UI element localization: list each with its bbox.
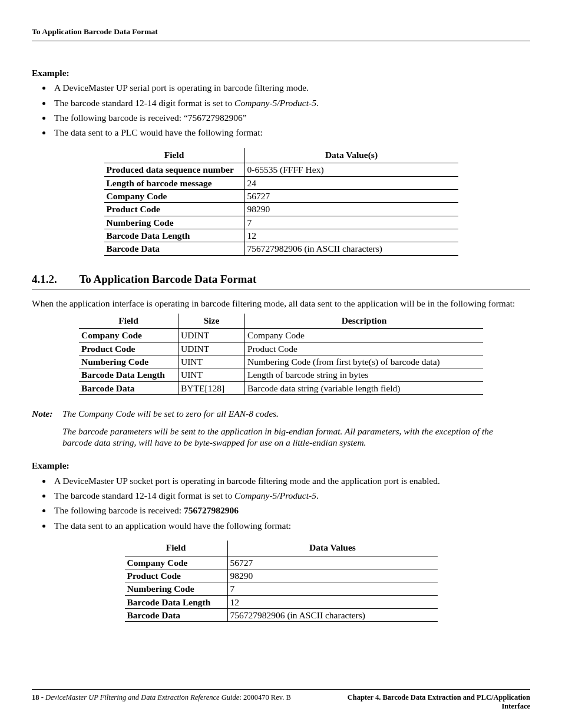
section-intro: When the application interface is operat…: [32, 298, 530, 309]
table-cell: 12: [244, 229, 458, 242]
table-cell: Product Code: [104, 203, 245, 216]
table-cell: Length of barcode string in bytes: [245, 368, 484, 381]
table-cell: Product Code: [245, 342, 484, 355]
text: The following barcode is received: “7567…: [54, 113, 247, 123]
table-cell: 7: [244, 216, 458, 229]
table-cell: Numbering Code: [104, 216, 245, 229]
table-row: Barcode Data LengthUINTLength of barcode…: [79, 368, 483, 381]
col-header: Size: [178, 314, 245, 329]
list-item: The data sent to an application would ha…: [52, 520, 530, 531]
table-body: Company Code56727Product Code98290Number…: [125, 556, 438, 622]
table-app-example: Field Data Values Company Code56727Produ…: [125, 541, 438, 622]
text: A DeviceMaster UP serial port is operati…: [54, 83, 309, 93]
table-row: Numbering Code7: [125, 582, 438, 595]
table-cell: Barcode Data Length: [79, 368, 178, 381]
list-item: The following barcode is received: “7567…: [52, 112, 530, 123]
note-body: The Company Code will be set to zero for…: [62, 408, 522, 454]
table-app-format: Field Size Description Company CodeUDINT…: [79, 314, 483, 395]
table-cell: Numbering Code: [79, 355, 178, 368]
section-title: To Application Barcode Data Format: [79, 273, 256, 285]
text-bold: 756727982906: [184, 505, 239, 515]
table-cell: Company Code: [79, 329, 178, 342]
table-cell: Barcode Data Length: [104, 229, 245, 242]
text: The barcode standard 12-14 digit format …: [54, 490, 234, 500]
footer-right: Chapter 4. Barcode Data Extraction and P…: [330, 693, 530, 711]
table-cell: Company Code: [104, 189, 245, 202]
text: A DeviceMaster UP socket port is operati…: [54, 476, 440, 486]
table-row: Product Code98290: [104, 203, 458, 216]
list-item: The following barcode is received: 75672…: [52, 505, 530, 516]
table-cell: Barcode Data: [125, 609, 228, 622]
table-row: Product Code98290: [125, 569, 438, 582]
table-cell: UINT: [178, 368, 245, 381]
list-item: The data sent to a PLC would have the fo…: [52, 127, 530, 138]
table-cell: UDINT: [178, 342, 245, 355]
table-cell: UDINT: [178, 329, 245, 342]
example1-list: A DeviceMaster UP serial port is operati…: [32, 82, 530, 139]
example-label: Example:: [32, 67, 530, 78]
doc-rev: : 2000470 Rev. B: [239, 693, 290, 701]
table-row: Produced data sequence number0-65535 (FF…: [104, 163, 458, 176]
text: .: [316, 98, 319, 108]
table-row: Barcode Data756727982906 (in ASCII chara…: [104, 242, 458, 255]
table-cell: 756727982906 (in ASCII characters): [244, 242, 458, 255]
text: The data sent to an application would ha…: [54, 521, 291, 531]
table-cell: Barcode data string (variable length fie…: [245, 381, 484, 394]
table-cell: 7: [227, 582, 438, 595]
table-row: Barcode Data Length12: [125, 595, 438, 608]
col-header: Description: [245, 314, 484, 329]
page-footer: 18 - DeviceMaster UP Filtering and Data …: [32, 689, 530, 711]
col-header: Data Values: [227, 541, 438, 556]
table-body: Company CodeUDINTCompany CodeProduct Cod…: [79, 329, 483, 395]
table-cell: 98290: [227, 569, 438, 582]
table-row: Company Code56727: [125, 556, 438, 569]
note-label: Note:: [32, 408, 60, 419]
table-row: Barcode Data756727982906 (in ASCII chara…: [125, 609, 438, 622]
table-cell: 56727: [244, 189, 458, 202]
table-cell: Produced data sequence number: [104, 163, 245, 176]
example2-list: A DeviceMaster UP socket port is operati…: [32, 475, 530, 532]
note-paragraph: The Company Code will be set to zero for…: [62, 408, 522, 419]
table-cell: Length of barcode message: [104, 176, 245, 189]
page-number: 18 -: [32, 693, 45, 701]
text: The data sent to a PLC would have the fo…: [54, 127, 263, 137]
table-cell: BYTE[128]: [178, 381, 245, 394]
table-cell: Product Code: [125, 569, 228, 582]
col-header: Field: [125, 541, 228, 556]
list-item: The barcode standard 12-14 digit format …: [52, 490, 530, 501]
table-row: Numbering Code7: [104, 216, 458, 229]
footer-left: 18 - DeviceMaster UP Filtering and Data …: [32, 693, 291, 711]
list-item: A DeviceMaster UP serial port is operati…: [52, 82, 530, 93]
table-cell: Company Code: [245, 329, 484, 342]
table-row: Product CodeUDINTProduct Code: [79, 342, 483, 355]
table-cell: Barcode Data: [79, 381, 178, 394]
table-cell: UINT: [178, 355, 245, 368]
table-row: Length of barcode message24: [104, 176, 458, 189]
col-header: Field: [79, 314, 178, 329]
table-row: Company CodeUDINTCompany Code: [79, 329, 483, 342]
col-header: Field: [104, 148, 245, 163]
table-cell: Company Code: [125, 556, 228, 569]
table-cell: 756727982906 (in ASCII characters): [227, 609, 438, 622]
text: The following barcode is received:: [54, 505, 184, 515]
text-emphasis: Company-5/Product-5: [234, 98, 316, 108]
table-cell: 12: [227, 595, 438, 608]
list-item: A DeviceMaster UP socket port is operati…: [52, 475, 530, 486]
table-cell: 56727: [227, 556, 438, 569]
table-row: Numbering CodeUINTNumbering Code (from f…: [79, 355, 483, 368]
table-row: Barcode Data Length12: [104, 229, 458, 242]
table-cell: 0-65535 (FFFF Hex): [244, 163, 458, 176]
table-cell: Barcode Data: [104, 242, 245, 255]
table-plc-format: Field Data Value(s) Produced data sequen…: [104, 148, 458, 256]
section-heading: 4.1.2. To Application Barcode Data Forma…: [32, 272, 530, 289]
page: To Application Barcode Data Format Examp…: [0, 0, 562, 728]
example-label: Example:: [32, 460, 530, 471]
doc-title: DeviceMaster UP Filtering and Data Extra…: [45, 693, 239, 701]
table-body: Produced data sequence number0-65535 (FF…: [104, 163, 458, 256]
table-row: Barcode DataBYTE[128]Barcode data string…: [79, 381, 483, 394]
table-cell: Numbering Code (from first byte(s) of ba…: [245, 355, 484, 368]
table-row: Company Code56727: [104, 189, 458, 202]
section-number: 4.1.2.: [32, 272, 77, 286]
table-cell: 98290: [244, 203, 458, 216]
table-cell: Barcode Data Length: [125, 595, 228, 608]
